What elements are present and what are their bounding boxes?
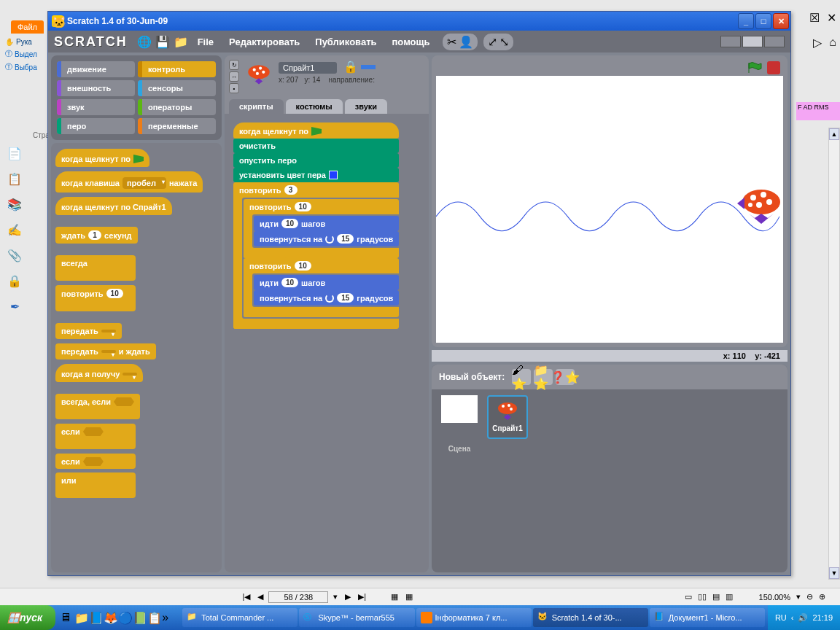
grow-icon[interactable]: ⤢ [488,35,497,49]
nav-prev[interactable]: ◀ [255,592,265,602]
rotate-style-1[interactable]: ↻ [229,60,239,70]
block-broadcast[interactable]: передать [55,323,122,339]
view-icon-2[interactable]: ▦ [403,592,415,602]
bg-icon-sign[interactable]: ✍ [7,222,22,237]
ql-tc-icon[interactable]: 📁 [74,611,88,624]
nav-dropdown[interactable]: ▾ [331,592,340,602]
bg-right-icon1[interactable]: ☒ [809,11,820,25]
bg-file-tab[interactable]: Файл [11,20,44,34]
menu-file[interactable]: File [192,36,219,47]
paint-sprite-button[interactable]: 🖌⭐ [512,369,531,385]
bg-right-tab[interactable]: F AD RMS [796,102,840,120]
block-forever-if[interactable]: всегда, если [55,394,140,419]
cat-control[interactable]: контроль [138,61,216,77]
cat-variables[interactable]: переменные [138,118,216,134]
script-pen-down[interactable]: опустить перо [233,153,399,168]
block-when-receive[interactable]: когда я получу [55,364,143,382]
stage-sprite[interactable] [736,182,783,233]
block-forever[interactable]: всегда [55,255,136,281]
script-turn-ccw[interactable]: повернуться на 15 градусов [254,231,399,246]
script-repeat-outer[interactable]: повторить 3 повторить 10 идти 10 шагов п… [233,182,399,329]
tab-sounds[interactable]: звуки [345,99,387,114]
block-when-flag[interactable]: когда щелкнут по [55,149,149,167]
minimize-button[interactable]: _ [738,13,754,29]
block-broadcast-wait[interactable]: передать и ждать [55,343,156,359]
close-button[interactable]: ✕ [773,13,789,29]
save-icon[interactable]: 💾 [155,34,170,49]
task-word[interactable]: 📘Документ1 - Micro... [650,608,765,627]
copy-icon[interactable]: ✂ [447,35,456,49]
bg-tool-choose[interactable]: Ⓣ Выбра [4,61,44,74]
stage-small-button[interactable] [720,36,741,47]
stage-medium-button[interactable] [742,36,763,47]
bg-icon-pages[interactable]: 📚 [7,197,22,211]
rotate-style-2[interactable]: ↔ [229,71,239,82]
bg-right-play[interactable]: ▷ [813,36,822,50]
ql-word-icon[interactable]: 📘 [89,611,102,624]
titlebar[interactable]: 🐱 Scratch 1.4 of 30-Jun-09 _ □ ✕ [48,12,790,31]
page-indicator[interactable]: 58 / 238 [268,591,328,603]
stage-full-button[interactable] [764,36,785,47]
bg-icon-copy[interactable]: 📋 [7,171,22,186]
block-else[interactable]: или [55,472,136,498]
script-turn-cw[interactable]: повернуться на 15 градусов [254,290,399,306]
menu-publish[interactable]: Публиковать [309,36,382,47]
bg-right-icon2[interactable]: ✕ [827,11,836,25]
zoom-in[interactable]: ⊕ [819,592,825,602]
script-move-2[interactable]: идти 10 шагов [254,275,399,290]
script-set-pen-color[interactable]: установить цвет пера [233,168,399,182]
cat-sensing[interactable]: сенсоры [138,80,216,96]
stop-button[interactable] [767,61,780,74]
cat-looks[interactable]: внешность [57,80,135,96]
folder-icon[interactable]: 📁 [174,34,188,49]
sprite-list-item[interactable]: Спрайт1 [487,395,528,439]
block-if-else[interactable]: если [55,454,136,469]
menu-help[interactable]: помощь [386,36,436,47]
system-tray[interactable]: RU ‹ 🔊 21:19 [768,605,840,630]
script-repeat-inner-1[interactable]: повторить 10 идти 10 шагов повернуться н… [244,199,399,258]
bg-tool-select[interactable]: Ⓣ Выдел [4,47,44,61]
cat-motion[interactable]: движение [57,61,135,77]
ql-firefox-icon[interactable]: 🦊 [104,611,117,624]
script-clear[interactable]: очистить [233,139,399,153]
nav-next[interactable]: ▶ [343,592,353,602]
ql-desktop-icon[interactable]: 🖥 [60,611,73,624]
menu-edit[interactable]: Редактировать [223,36,306,47]
cat-operators[interactable]: операторы [138,99,216,115]
cat-pen[interactable]: перо [57,118,135,134]
tray-expand-icon[interactable]: ‹ [791,613,794,622]
script-area[interactable]: когда щелкнут по очистить опустить перо … [225,114,429,572]
script-move-1[interactable]: идти 10 шагов [254,216,399,231]
nav-first[interactable]: |◀ [241,592,253,602]
stamp-icon[interactable]: 👤 [459,35,473,49]
block-when-key[interactable]: когда клавиша пробел нажата [55,171,203,192]
tab-scripts[interactable]: скрипты [229,99,284,114]
bg-icon-pen[interactable]: ✒ [7,299,22,314]
stage[interactable] [436,76,783,343]
maximize-button[interactable]: □ [755,13,771,29]
ql-excel-icon[interactable]: 📗 [133,611,146,624]
layout-icon-3[interactable]: ▤ [712,592,720,602]
zoom-out[interactable]: ⊖ [806,592,813,602]
bg-icon-lock[interactable]: 🔒 [7,273,22,288]
sprite-name-input[interactable]: Спрайт1 [279,62,337,74]
tray-icon[interactable]: 🔊 [798,613,808,623]
nav-last[interactable]: ▶| [356,592,368,602]
random-sprite-button[interactable]: ❓⭐ [556,369,575,385]
bg-right-home[interactable]: ⌂ [829,36,836,50]
script-repeat-inner-2[interactable]: повторить 10 идти 10 шагов повернуться н… [244,258,399,317]
task-tc[interactable]: 📁Total Commander ... [182,608,298,627]
rotate-style-3[interactable]: • [229,83,239,93]
tray-lang[interactable]: RU [775,613,787,622]
green-flag-button[interactable] [747,61,763,74]
bg-icon-doc[interactable]: 📄 [7,146,22,160]
script-when-flag[interactable]: когда щелкнут по [233,122,399,139]
color-swatch[interactable] [329,171,338,179]
stage-thumbnail[interactable]: Сцена [438,395,481,567]
ql-app-icon[interactable]: 📋 [147,611,160,624]
tray-clock[interactable]: 21:19 [812,613,833,622]
ql-chrome-icon[interactable]: 🔵 [118,611,131,624]
block-when-sprite[interactable]: когда щелкнут по Спрайт1 [55,197,172,215]
view-icon-1[interactable]: ▦ [389,592,400,602]
cat-sound[interactable]: звук [57,99,135,115]
